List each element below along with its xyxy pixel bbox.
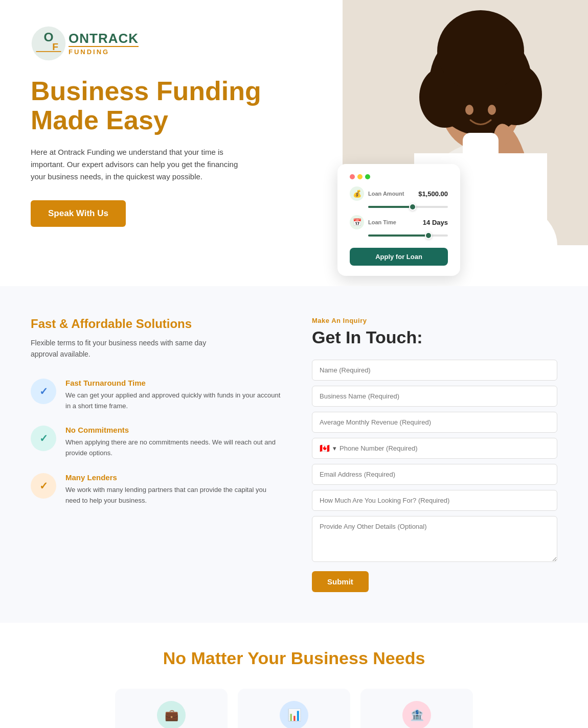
feature-title-2: Many Lenders (65, 473, 281, 482)
bottom-cards: 💼 📊 🏦 (31, 689, 557, 728)
loan-time-value: 14 Days (423, 219, 448, 226)
hero-section: O F ONTRACK FUNDING Business Funding Mad… (0, 0, 588, 286)
feature-item-1: ✓ No Commitments When applying there are… (31, 426, 281, 459)
name-input[interactable] (312, 360, 557, 381)
apply-for-loan-button[interactable]: Apply for Loan (350, 248, 448, 266)
features-column: Fast & Affordable Solutions Flexible ter… (31, 317, 281, 592)
loan-amount-icon: 💰 (350, 186, 364, 201)
feature-icon-no-commitments: ✓ (31, 426, 56, 451)
features-title: Fast & Affordable Solutions (31, 317, 281, 331)
bottom-card-icon-0: 💼 (157, 701, 186, 728)
page-wrapper: O F ONTRACK FUNDING Business Funding Mad… (0, 0, 588, 728)
feature-text-0: We can get your applied and approved qui… (65, 390, 281, 412)
hero-description: Here at Ontrack Funding we understand th… (31, 146, 245, 183)
dot-green (365, 174, 370, 179)
feature-title-1: No Commitments (65, 426, 281, 434)
loan-time-icon: 📅 (350, 215, 364, 229)
phone-input[interactable] (340, 438, 550, 458)
feature-text-2: We work with many lending partners that … (65, 485, 281, 506)
phone-row: 🇨🇦 ▾ (312, 438, 557, 459)
logo-area: O F ONTRACK FUNDING (31, 26, 557, 61)
speak-with-us-button[interactable]: Speak With Us (31, 200, 126, 227)
loan-widget: 💰 Loan Amount $1,500.00 📅 Loan Time 14 D… (337, 164, 460, 276)
feature-content-2: Many Lenders We work with many lending p… (65, 473, 281, 506)
loan-amount-row: 💰 Loan Amount $1,500.00 (350, 186, 448, 201)
form-inquiry-label: Make An Inquiry (312, 317, 557, 324)
bottom-card-0: 💼 (115, 689, 228, 728)
phone-code: ▾ (333, 444, 336, 452)
bottom-card-icon-1: 📊 (280, 701, 308, 728)
email-input[interactable] (312, 464, 557, 485)
loan-time-slider-track[interactable] (368, 234, 448, 237)
form-column: Make An Inquiry Get In Touch: 🇨🇦 ▾ Submi… (312, 317, 557, 592)
bottom-card-2: 🏦 (360, 689, 473, 728)
bottom-card-icon-2: 🏦 (402, 701, 431, 728)
logo-text-block: ONTRACK FUNDING (69, 32, 139, 56)
loan-time-label: Loan Time (368, 219, 396, 225)
loan-slider-thumb (409, 203, 416, 210)
hero-title: Business Funding Made Easy (31, 77, 266, 135)
loan-time-label-area: 📅 Loan Time (350, 215, 396, 229)
feature-icon-many-lenders: ✓ (31, 473, 56, 499)
bottom-card-1: 📊 (238, 689, 350, 728)
feature-icon-fast-turnaround: ✓ (31, 379, 56, 404)
phone-flag: 🇨🇦 (320, 443, 330, 453)
amount-input[interactable] (312, 490, 557, 511)
feature-item-2: ✓ Many Lenders We work with many lending… (31, 473, 281, 506)
feature-title-0: Fast Turnaround Time (65, 379, 281, 387)
logo-main-text: ONTRACK (69, 32, 139, 45)
loan-amount-value: $1,500.00 (418, 190, 448, 198)
dot-yellow (357, 174, 363, 179)
loan-amount-label: Loan Amount (368, 191, 404, 197)
widget-dots (350, 174, 448, 179)
details-textarea[interactable] (312, 516, 557, 562)
loan-slider-track[interactable] (368, 206, 448, 208)
loan-time-slider-fill (368, 234, 432, 237)
loan-amount-label-area: 💰 Loan Amount (350, 186, 404, 201)
feature-text-1: When applying there are no commitments n… (65, 437, 281, 459)
feature-content-1: No Commitments When applying there are n… (65, 426, 281, 459)
features-description: Flexible terms to fit your business need… (31, 337, 225, 360)
loan-time-slider-thumb (425, 232, 432, 239)
dot-red (350, 174, 355, 179)
loan-time-row: 📅 Loan Time 14 Days (350, 215, 448, 229)
middle-section: Fast & Affordable Solutions Flexible ter… (0, 286, 588, 623)
form-title: Get In Touch: (312, 327, 557, 347)
bottom-section: No Matter Your Business Needs 💼 📊 🏦 (0, 623, 588, 728)
business-name-input[interactable] (312, 386, 557, 407)
feature-content-0: Fast Turnaround Time We can get your app… (65, 379, 281, 412)
feature-item-0: ✓ Fast Turnaround Time We can get your a… (31, 379, 281, 412)
logo-icon: O F (31, 26, 66, 61)
svg-text:F: F (52, 41, 58, 52)
logo-sub-text: FUNDING (69, 46, 139, 56)
bottom-title: No Matter Your Business Needs (31, 648, 557, 668)
hero-left: O F ONTRACK FUNDING Business Funding Mad… (31, 20, 557, 227)
revenue-input[interactable] (312, 412, 557, 433)
submit-button[interactable]: Submit (312, 571, 369, 592)
